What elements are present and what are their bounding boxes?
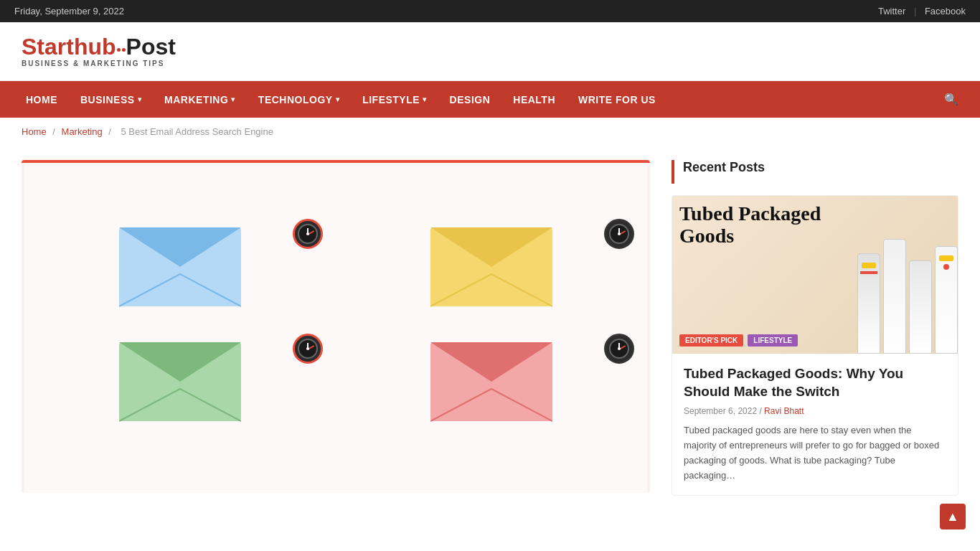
chevron-down-icon: ▾: [423, 95, 427, 103]
sidebar: Recent Posts Tubed Packaged Goods: [672, 160, 958, 496]
nav-link-home[interactable]: HOME: [14, 83, 69, 117]
recent-post-card: Tubed Packaged Goods: [672, 195, 958, 496]
site-header: StarthubPost BUSINESS & MARKETING TIPS: [0, 22, 980, 81]
nav-link-marketing[interactable]: MARKETING ▾: [153, 83, 247, 117]
post-thumb-inner: Tubed Packaged Goods: [672, 196, 958, 354]
nav-link-technology[interactable]: TECHNOLOGY ▾: [247, 83, 351, 117]
post-card-excerpt: Tubed packaged goods are here to stay ev…: [684, 423, 946, 483]
clock-center: [306, 347, 309, 350]
top-accent-bar: [22, 160, 650, 163]
site-logo[interactable]: StarthubPost BUSINESS & MARKETING TIPS: [22, 35, 958, 67]
post-author[interactable]: Ravi Bhatt: [764, 406, 804, 416]
clock-badge-green: [293, 334, 323, 364]
clock-face: [609, 339, 629, 359]
nav-link-lifestyle[interactable]: LIFESTYLE ▾: [351, 83, 438, 117]
email-grid: [46, 227, 626, 428]
nav-link-design[interactable]: DESIGN: [438, 83, 502, 117]
clock-center: [618, 347, 621, 350]
clock-face: [298, 339, 318, 359]
tube-4: [935, 246, 958, 354]
chevron-down-icon: ▾: [231, 95, 235, 103]
meta-separator: /: [759, 406, 761, 416]
badge-editors-pick: EDITOR'S PICK: [679, 334, 743, 347]
twitter-link[interactable]: Twitter: [878, 6, 905, 17]
post-date: September 6, 2022: [684, 406, 757, 416]
logo-tagline: BUSINESS & MARKETING TIPS: [22, 60, 176, 67]
topbar-links: Twitter | Facebook: [878, 6, 966, 17]
breadcrumb-sep1: /: [52, 126, 57, 137]
envelope-yellow: [430, 227, 552, 314]
logo-post: Post: [126, 34, 176, 60]
main-layout: Recent Posts Tubed Packaged Goods: [0, 146, 980, 510]
tube-3: [909, 260, 932, 354]
clock-center: [306, 232, 309, 235]
envelope-green-wrap: [46, 342, 314, 428]
content-area: [22, 160, 650, 496]
nav-item-business[interactable]: BUSINESS ▾: [69, 83, 153, 117]
clock-center: [618, 232, 621, 235]
nav-item-technology[interactable]: TECHNOLOGY ▾: [247, 83, 351, 117]
email-illustration: [24, 163, 647, 493]
breadcrumb: Home / Marketing / 5 Best Email Address …: [0, 118, 980, 146]
post-badges: EDITOR'S PICK LIFESTYLE: [679, 334, 798, 347]
badge-lifestyle: LIFESTYLE: [748, 334, 798, 347]
breadcrumb-marketing[interactable]: Marketing: [62, 126, 103, 137]
post-card-body: Tubed Packaged Goods: Why You Should Mak…: [672, 354, 958, 495]
clock-badge-pink: [604, 334, 634, 364]
envelope-pink-wrap: [357, 342, 626, 428]
tube-2: [883, 239, 906, 354]
article-image: [22, 160, 650, 493]
tube-1: [857, 253, 880, 354]
nav-item-write[interactable]: WRITE FOR US: [567, 83, 667, 117]
nav-link-write[interactable]: WRITE FOR US: [567, 83, 667, 117]
logo-deco: [117, 48, 126, 52]
thumb-title: Tubed Packaged Goods: [679, 203, 880, 248]
envelope-yellow-wrap: [357, 227, 626, 314]
clock-face: [609, 224, 629, 244]
envelope-green: [119, 342, 241, 428]
envelope-blue-wrap: [46, 227, 314, 314]
chevron-down-icon: ▾: [336, 95, 340, 103]
post-card-title: Tubed Packaged Goods: Why You Should Mak…: [684, 365, 946, 400]
recent-posts-title: Recent Posts: [672, 160, 958, 184]
topbar-date: Friday, September 9, 2022: [14, 6, 124, 17]
clock-badge-blue: [293, 219, 323, 249]
nav-item-home[interactable]: HOME: [14, 83, 69, 117]
clock-face: [298, 224, 318, 244]
envelope-blue: [119, 227, 241, 314]
scroll-to-top-button[interactable]: ▲: [940, 504, 966, 510]
post-card-meta: September 6, 2022 / Ravi Bhatt: [684, 406, 946, 416]
topbar: Friday, September 9, 2022 Twitter | Face…: [0, 0, 980, 22]
breadcrumb-sep2: /: [108, 126, 113, 137]
logo-start: Starthub: [22, 34, 116, 60]
nav-item-design[interactable]: DESIGN: [438, 83, 502, 117]
main-nav: HOME BUSINESS ▾ MARKETING ▾ TECHNOLOGY ▾…: [0, 81, 980, 118]
nav-item-lifestyle[interactable]: LIFESTYLE ▾: [351, 83, 438, 117]
product-tubes: [857, 225, 958, 354]
nav-link-business[interactable]: BUSINESS ▾: [69, 83, 153, 117]
search-icon[interactable]: 🔍: [937, 81, 966, 118]
envelope-pink: [430, 342, 552, 428]
nav-link-health[interactable]: HEALTH: [501, 83, 567, 117]
breadcrumb-current: 5 Best Email Address Search Engine: [121, 126, 273, 137]
nav-items: HOME BUSINESS ▾ MARKETING ▾ TECHNOLOGY ▾…: [14, 83, 937, 117]
clock-badge-yellow: [604, 219, 634, 249]
topbar-separator: |: [914, 6, 916, 17]
nav-item-health[interactable]: HEALTH: [501, 83, 567, 117]
breadcrumb-home[interactable]: Home: [22, 126, 47, 137]
facebook-link[interactable]: Facebook: [925, 6, 966, 17]
post-thumbnail: Tubed Packaged Goods: [672, 196, 958, 354]
nav-item-marketing[interactable]: MARKETING ▾: [153, 83, 247, 117]
chevron-down-icon: ▾: [138, 95, 142, 103]
